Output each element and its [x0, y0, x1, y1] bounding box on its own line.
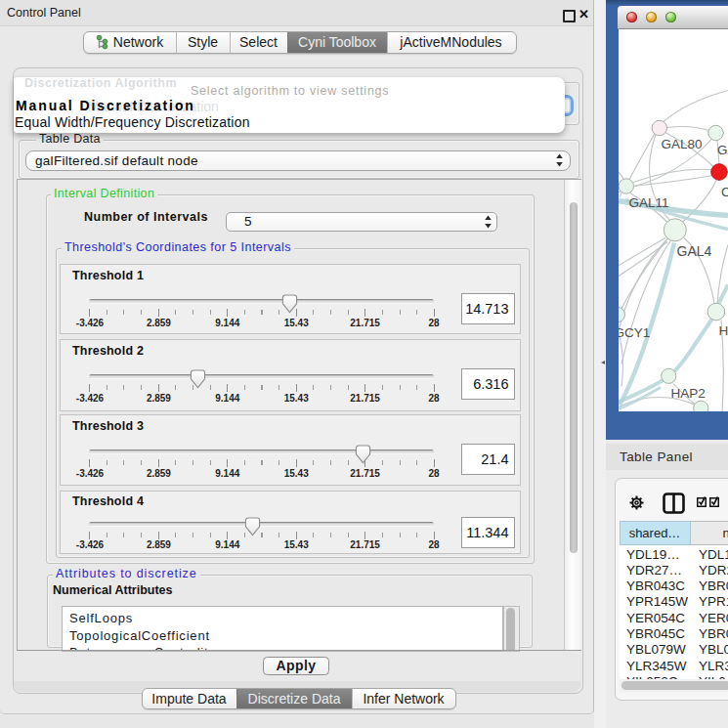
svg-text:GAL: GAL	[717, 142, 728, 156]
svg-text:GAL11: GAL11	[629, 194, 669, 209]
svg-text:HA: HA	[719, 323, 728, 338]
svg-text:GAL4: GAL4	[677, 243, 712, 259]
svg-text:CY: CY	[721, 184, 728, 198]
svg-text:GAL80: GAL80	[662, 137, 703, 151]
svg-text:GCY1: GCY1	[619, 325, 650, 340]
svg-text:HAP2: HAP2	[671, 386, 706, 401]
